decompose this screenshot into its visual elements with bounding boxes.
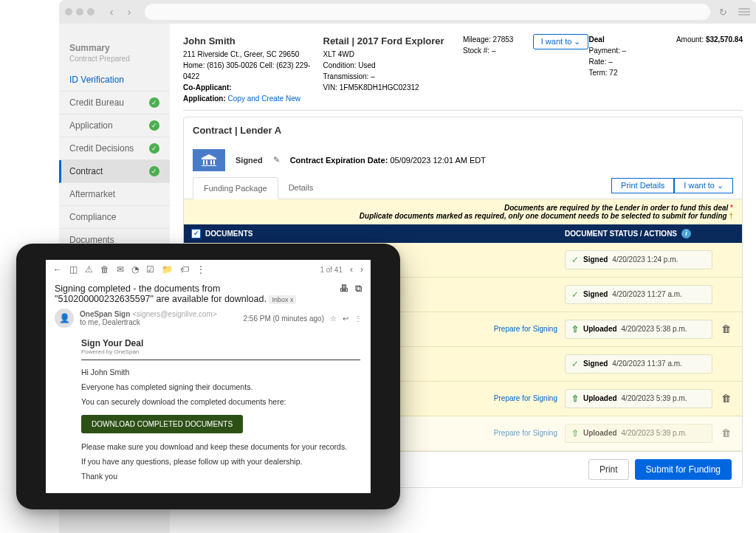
print-details-button[interactable]: Print Details xyxy=(611,178,674,193)
task-icon[interactable]: ☑ xyxy=(146,264,154,275)
warning-banner: Documents are required by the Lender in … xyxy=(184,199,742,224)
info-icon[interactable]: i xyxy=(681,229,691,238)
clock-icon[interactable]: ◔ xyxy=(131,264,139,275)
next-icon[interactable]: › xyxy=(360,264,363,275)
email-from: 👤 OneSpan Sign <signers@esignlive.com> t… xyxy=(46,306,371,331)
check-icon: ✓ xyxy=(149,166,159,176)
email-toolbar: ← ◫ ⚠ 🗑 ✉ ◔ ☑ 📁 🏷 ⋮ 1 of 41 ‹ › xyxy=(46,260,371,279)
archive-icon[interactable]: ◫ xyxy=(69,264,78,275)
tab-funding[interactable]: Funding Package xyxy=(193,177,278,199)
prepare-signing-link[interactable]: Prepare for Signing xyxy=(494,429,557,437)
sidebar-item-credit-decisions[interactable]: Credit Decisions✓ xyxy=(59,137,170,160)
sidebar-item-compliance[interactable]: Compliance xyxy=(59,206,170,229)
url-bar[interactable] xyxy=(145,4,710,20)
sidebar-item-aftermarket[interactable]: Aftermarket xyxy=(59,183,170,206)
window-dot[interactable] xyxy=(76,8,83,16)
reply-icon[interactable]: ↩ xyxy=(343,314,348,323)
report-icon[interactable]: ⚠ xyxy=(85,264,93,275)
delete-icon[interactable]: 🗑 xyxy=(100,264,109,275)
check-icon: ✓ xyxy=(571,255,579,265)
more-icon[interactable]: ⋮ xyxy=(196,264,205,275)
sidebar-item-contract[interactable]: Contract✓ xyxy=(59,160,170,183)
bank-icon xyxy=(193,149,225,171)
tablet-frame: ← ◫ ⚠ 🗑 ✉ ◔ ☑ 📁 🏷 ⋮ 1 of 41 ‹ › Signing … xyxy=(16,244,400,509)
print-button[interactable]: Print xyxy=(588,459,629,480)
download-documents-button[interactable]: DOWNLOAD COMPLETED DOCUMENTS xyxy=(81,415,243,433)
upload-icon: ⇧ xyxy=(571,324,579,334)
back-icon[interactable]: ← xyxy=(53,264,62,275)
signed-label: Signed xyxy=(236,156,263,165)
select-all-checkbox[interactable]: ✓ xyxy=(191,229,201,238)
trash-icon[interactable]: 🗑 xyxy=(717,427,735,439)
edit-icon[interactable]: ✎ xyxy=(273,155,280,165)
inbox-tag[interactable]: Inbox x xyxy=(269,295,296,304)
application-row: Application: Copy and Create New xyxy=(183,93,323,104)
upload-icon: ⇧ xyxy=(571,393,579,404)
check-icon: ✓ xyxy=(149,97,159,108)
open-icon[interactable]: ⧉ xyxy=(355,283,362,295)
check-icon: ✓ xyxy=(149,120,159,131)
folder-icon[interactable]: 📁 xyxy=(162,264,173,275)
i-want-to-button[interactable]: I want to ⌄ xyxy=(674,178,733,193)
print-icon[interactable]: 🖶 xyxy=(340,283,349,294)
browser-bar: ‹ › ↻ xyxy=(59,0,756,24)
star-icon[interactable]: ☆ xyxy=(330,314,337,323)
sidebar-item-credit-bureau[interactable]: Credit Bureau✓ xyxy=(59,92,170,114)
submit-funding-button[interactable]: Submit for Funding xyxy=(635,459,732,480)
sidebar-header: Summary xyxy=(59,37,170,55)
more-icon[interactable]: ⋮ xyxy=(354,314,362,323)
sidebar-item-application[interactable]: Application✓ xyxy=(59,114,170,137)
email-body: Sign Your Deal Powered by OneSpan Hi Joh… xyxy=(46,331,371,491)
check-icon: ✓ xyxy=(571,359,579,369)
tab-details[interactable]: Details xyxy=(278,177,324,198)
avatar: 👤 xyxy=(55,309,74,328)
sidebar-item-id[interactable]: ID Verification xyxy=(59,69,170,92)
customer-name: John Smith xyxy=(183,34,323,49)
trash-icon[interactable]: 🗑 xyxy=(717,323,735,334)
label-icon[interactable]: 🏷 xyxy=(180,264,189,275)
refresh-icon[interactable]: ↻ xyxy=(719,7,731,18)
window-dot[interactable] xyxy=(65,8,72,16)
email-counter: 1 of 41 xyxy=(320,266,343,274)
customer-phones: Home: (816) 305-0026 Cell: (623) 229-042… xyxy=(183,60,323,82)
panel-title: Contract | Lender A xyxy=(184,117,742,143)
back-icon[interactable]: ‹ xyxy=(105,5,118,18)
vehicle-title: Retail | 2017 Ford Explorer xyxy=(323,34,464,49)
email-client: ← ◫ ⚠ 🗑 ✉ ◔ ☑ 📁 🏷 ⋮ 1 of 41 ‹ › Signing … xyxy=(46,260,371,493)
deal-header: John Smith 211 Riverside Ct., Greer, SC … xyxy=(183,34,743,111)
table-header: ✓ DOCUMENTS DOCUMENT STATUS / ACTIONS i xyxy=(184,224,742,243)
menu-icon[interactable] xyxy=(738,8,750,16)
coapplicant: Co-Applicant: xyxy=(183,82,323,93)
customer-address: 211 Riverside Ct., Greer, SC 29650 xyxy=(183,49,323,60)
prepare-signing-link[interactable]: Prepare for Signing xyxy=(494,394,557,402)
check-icon: ✓ xyxy=(571,289,579,300)
mail-icon[interactable]: ✉ xyxy=(117,264,124,275)
trash-icon[interactable]: 🗑 xyxy=(717,393,735,404)
window-dot[interactable] xyxy=(87,8,94,16)
upload-icon: ⇧ xyxy=(571,428,579,439)
forward-icon[interactable]: › xyxy=(123,5,136,18)
prepare-signing-link[interactable]: Prepare for Signing xyxy=(494,325,557,333)
copy-create-link[interactable]: Copy and Create New xyxy=(228,94,300,103)
check-icon: ✓ xyxy=(149,143,159,154)
i-want-to-button[interactable]: I want to ⌄ xyxy=(533,34,589,49)
sidebar-sub: Contract Prepared xyxy=(59,55,170,69)
prev-icon[interactable]: ‹ xyxy=(350,264,353,275)
email-subject: Signing completed - the documents from"5… xyxy=(46,279,371,306)
